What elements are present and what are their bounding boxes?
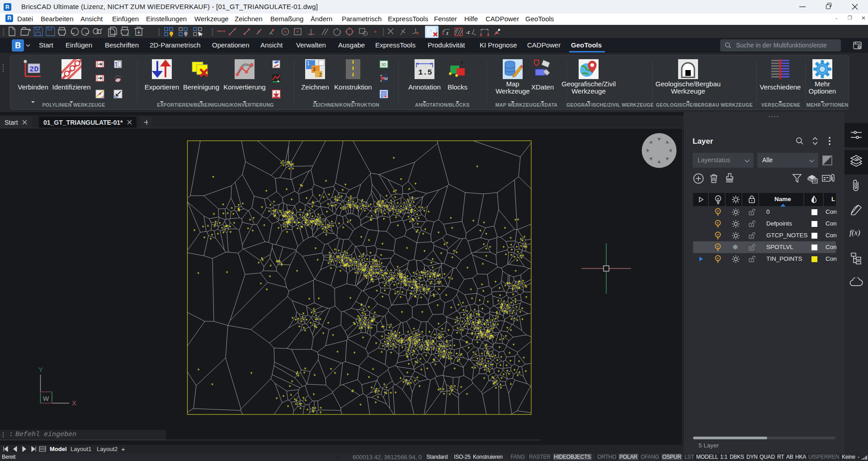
svg-text:1.5: 1.5 — [418, 68, 432, 77]
svg-text:3: 3 — [313, 67, 316, 72]
svg-text:2: 2 — [319, 72, 322, 77]
svg-text:2D: 2D — [29, 65, 38, 74]
svg-text:3D: 3D — [381, 62, 387, 67]
svg-text:M: M — [384, 76, 388, 81]
svg-text:Y: Y — [38, 366, 43, 373]
svg-text:z: z — [446, 31, 448, 36]
svg-text:-z: -z — [466, 30, 470, 35]
svg-text:1: 1 — [307, 61, 310, 66]
svg-text:X: X — [72, 399, 76, 407]
svg-text:W: W — [43, 395, 49, 402]
